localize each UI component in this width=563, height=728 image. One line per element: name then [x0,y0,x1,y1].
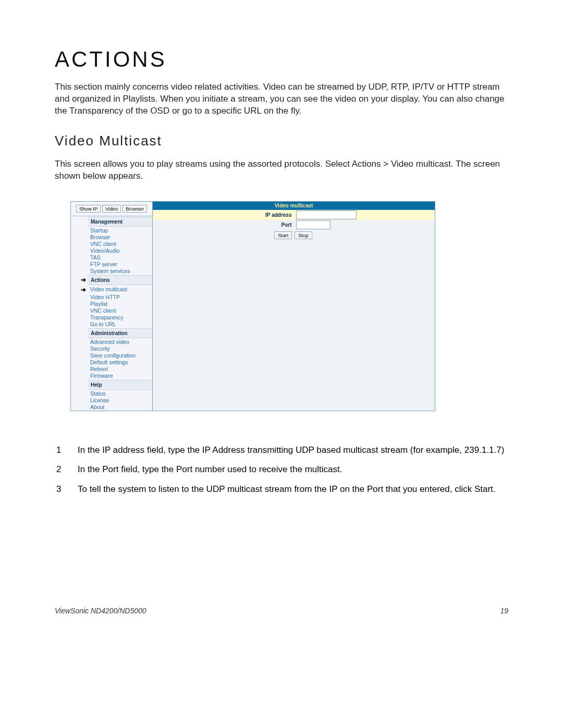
video-button[interactable]: Video [102,205,121,213]
step-text: In the Port field, type the Port number … [77,463,505,482]
sidebar-section-help: Help [88,380,152,390]
sidebar-item-ftp-server[interactable]: FTP server [87,261,152,268]
sidebar-item-transparency[interactable]: Transparency [87,314,152,321]
pointer-arrow-icon [71,373,87,379]
intro-paragraph: This section mainly concerns video relat… [55,81,508,117]
port-input[interactable] [296,220,331,229]
sidebar-item-video-audio[interactable]: Video/Audio [87,248,152,254]
pointer-arrow-icon [71,248,87,254]
show-ip-button[interactable]: Show IP [76,205,101,213]
sidebar-item-advanced-video[interactable]: Advanced video [87,339,152,346]
ip-address-input[interactable] [296,211,357,219]
sidebar-item-license[interactable]: License [87,397,152,404]
page-footer: ViewSonic ND4200/ND5000 19 [55,607,508,615]
footer-left: ViewSonic ND4200/ND5000 [55,607,146,615]
stop-button[interactable]: Stop [295,231,312,239]
pointer-arrow-icon [71,321,87,328]
embedded-screenshot: Show IP Video Browser ManagementStartupB… [55,201,508,411]
browser-button[interactable]: Browser [123,205,147,213]
pointer-arrow-icon [71,314,87,321]
sidebar-item-about[interactable]: About [87,404,152,411]
step-text: In the IP address field, type the IP Add… [77,443,505,462]
sidebar: Show IP Video Browser ManagementStartupB… [70,201,153,411]
sidebar-section-management: Management [88,217,152,227]
pointer-arrow-icon [71,294,87,301]
pointer-arrow-icon: ➔ [71,275,87,286]
pointer-arrow-icon [71,234,87,241]
sidebar-item-video-http[interactable]: Video HTTP [87,294,152,301]
sidebar-item-default-settings[interactable]: Default settings [87,359,152,366]
step-text: To tell the system to listen to the UDP … [77,483,505,501]
sidebar-item-security[interactable]: Security [87,346,152,352]
pointer-arrow-icon [71,346,87,352]
footer-right: 19 [500,607,508,615]
pointer-arrow-icon [71,397,87,404]
page-title: ACTIONS [55,47,508,72]
start-button[interactable]: Start [274,231,292,239]
step-number: 2 [56,463,76,482]
sidebar-item-vnc-client[interactable]: VNC client [87,307,152,314]
pointer-arrow-icon [71,216,87,227]
panel-title: Video multicast [153,202,435,210]
sidebar-item-video-multicast[interactable]: Video multicast [87,286,152,294]
sidebar-section-actions: Actions [88,275,152,285]
pointer-arrow-icon [71,328,87,339]
sidebar-top-buttons: Show IP Video Browser [71,202,152,216]
pointer-arrow-icon [71,366,87,373]
sidebar-item-vnc-client[interactable]: VNC client [87,241,152,248]
sidebar-item-go-to-url[interactable]: Go to URL [87,321,152,328]
pointer-arrow-icon: ➔ [71,286,87,294]
sidebar-item-firmware[interactable]: Firmware [87,373,152,379]
subsection-title: Video Multicast [55,133,508,149]
pointer-arrow-icon [71,379,87,390]
pointer-arrow-icon [71,261,87,268]
step-number: 3 [56,483,76,501]
sidebar-section-administration: Administration [88,328,152,338]
pointer-arrow-icon [71,339,87,346]
instruction-steps: 1In the IP address field, type the IP Ad… [55,442,506,502]
pointer-arrow-icon [71,227,87,234]
sidebar-item-reboot[interactable]: Reboot [87,366,152,373]
sidebar-item-status[interactable]: Status [87,390,152,397]
pointer-arrow-icon [71,359,87,366]
pointer-arrow-icon [71,254,87,261]
subsection-intro: This screen allows you to play streams u… [55,158,508,182]
sidebar-item-startup[interactable]: Startup [87,227,152,234]
port-label: Port [153,220,294,230]
pointer-arrow-icon [71,404,87,411]
pointer-arrow-icon [71,352,87,359]
sidebar-item-system-services[interactable]: System services [87,268,152,275]
pointer-arrow-icon [71,301,87,307]
step-number: 1 [56,443,76,462]
pointer-arrow-icon [71,241,87,248]
sidebar-item-save-configuration[interactable]: Save configuration [87,352,152,359]
ip-address-label: IP address [153,210,294,220]
sidebar-item-tas[interactable]: TAS [87,254,152,261]
pointer-arrow-icon [71,307,87,314]
sidebar-item-browser[interactable]: Browser [87,234,152,241]
content-panel: Video multicast IP address Port Start St… [153,201,435,411]
pointer-arrow-icon [71,390,87,397]
pointer-arrow-icon [71,268,87,275]
sidebar-item-playlist[interactable]: Playlist [87,301,152,307]
